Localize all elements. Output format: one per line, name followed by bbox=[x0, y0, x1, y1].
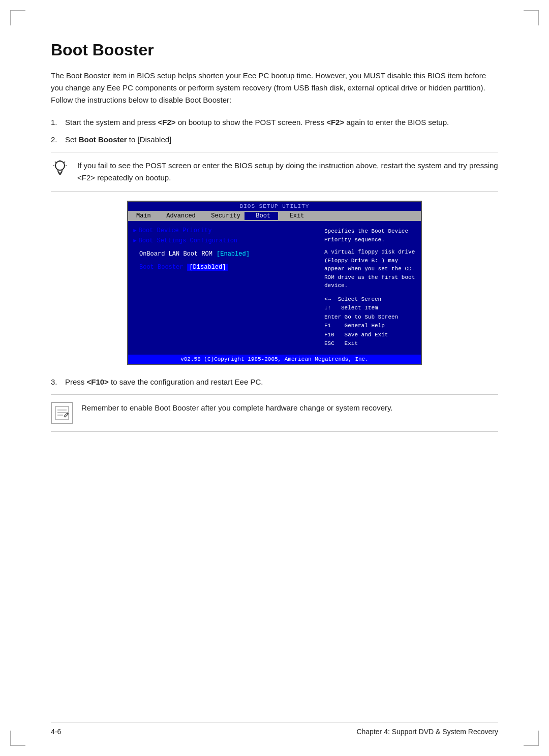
bios-key-f1: F1 General Help bbox=[324, 322, 416, 331]
svg-line-14 bbox=[64, 416, 65, 417]
bios-row-boot-device: ► Boot Device Priority bbox=[133, 227, 314, 234]
step-2-num: 2. bbox=[51, 134, 65, 146]
page-footer: 4-6 Chapter 4: Support DVD & System Reco… bbox=[51, 722, 498, 736]
bios-menu-boot[interactable]: Boot bbox=[245, 212, 278, 220]
bios-row-boot-settings: ► Boot Settings Configuration bbox=[133, 237, 314, 244]
bios-footer: v02.58 (C)Copyright 1985-2005, American … bbox=[128, 355, 421, 364]
corner-mark-tr bbox=[524, 10, 539, 25]
bios-key-esc: ESC Exit bbox=[324, 339, 416, 349]
svg-point-0 bbox=[55, 161, 65, 170]
step-1: 1. Start the system and press <F2> on bo… bbox=[51, 116, 498, 129]
bios-help-floppy: A virtual floppy disk drive (Floppy Driv… bbox=[324, 248, 416, 290]
bios-menu-main: Main bbox=[132, 212, 155, 220]
bios-right-panel: Specifies the Boot Device Priority seque… bbox=[319, 225, 421, 351]
note-pen-icon bbox=[51, 402, 73, 424]
tip-icon-svg bbox=[52, 160, 68, 178]
intro-text: The Boot Booster item in BIOS setup help… bbox=[51, 70, 498, 106]
steps-list-3: 3. Press <F10> to save the configuration… bbox=[51, 376, 498, 388]
page-title: Boot Booster bbox=[51, 41, 498, 59]
bios-titlebar: BIOS SETUP UTILITY bbox=[128, 202, 421, 211]
steps-list: 1. Start the system and press <F2> on bo… bbox=[51, 116, 498, 146]
bios-help-priority: Specifies the Boot Device Priority seque… bbox=[324, 227, 416, 244]
bios-menubar: Main Advanced Security Boot Exit bbox=[128, 211, 421, 221]
bios-body: ► Boot Device Priority ► Boot Settings C… bbox=[128, 221, 421, 355]
svg-line-4 bbox=[55, 162, 56, 163]
corner-mark-tl bbox=[10, 10, 25, 25]
bios-menu-security: Security bbox=[200, 212, 245, 220]
step-1-key2: <F2> bbox=[326, 118, 344, 127]
tip-icon bbox=[51, 160, 69, 178]
page: Boot Booster The Boot Booster item in BI… bbox=[0, 0, 549, 756]
note-2-text: Remember to enable Boot Booster after yo… bbox=[81, 402, 393, 414]
bios-lan-label: OnBoard LAN Boot ROM bbox=[139, 250, 212, 258]
bios-key-enter: Enter Go to Sub Screen bbox=[324, 313, 416, 322]
corner-mark-br bbox=[524, 731, 539, 746]
note-box-1: If you fail to see the POST screen or en… bbox=[51, 152, 498, 192]
step-1-num: 1. bbox=[51, 116, 65, 129]
footer-chapter: Chapter 4: Support DVD & System Recovery bbox=[356, 728, 498, 736]
bios-key-item: ↓↑ Select Item bbox=[324, 304, 416, 313]
bios-lan-value: [Enabled] bbox=[217, 250, 250, 258]
bios-menu-exit: Exit bbox=[278, 212, 308, 220]
bios-keys: <→ Select Screen ↓↑ Select Item Enter Go… bbox=[324, 295, 416, 349]
step-3: 3. Press <F10> to save the configuration… bbox=[51, 376, 498, 388]
bios-booster-value: [Disabled] bbox=[187, 264, 228, 271]
note-1-text: If you fail to see the POST screen or en… bbox=[77, 160, 498, 184]
bios-left-panel: ► Boot Device Priority ► Boot Settings C… bbox=[128, 225, 319, 351]
bios-key-screen: <→ Select Screen bbox=[324, 295, 416, 304]
note-box-2: Remember to enable Boot Booster after yo… bbox=[51, 394, 498, 432]
bios-screenshot: BIOS SETUP UTILITY Main Advanced Securit… bbox=[127, 201, 422, 365]
step-3-num: 3. bbox=[51, 376, 65, 388]
step-1-key1: <F2> bbox=[158, 118, 176, 127]
bios-arrow-1: ► bbox=[133, 228, 137, 234]
step-2-bold: Boot Booster bbox=[79, 135, 127, 144]
footer-page-number: 4-6 bbox=[51, 728, 61, 736]
bios-row-lan: OnBoard LAN Boot ROM [Enabled] bbox=[133, 250, 314, 258]
bios-menu-advanced: Advanced bbox=[155, 212, 200, 220]
bios-arrow-2: ► bbox=[133, 238, 137, 244]
bios-boot-settings-label: Boot Settings Configuration bbox=[139, 237, 237, 244]
step-1-text: Start the system and press <F2> on bootu… bbox=[65, 116, 449, 129]
pen-icon-svg bbox=[54, 405, 70, 421]
corner-mark-bl bbox=[10, 731, 25, 746]
bios-key-f10: F10 Save and Exit bbox=[324, 331, 416, 340]
step-2-text: Set Boot Booster to [Disabled] bbox=[65, 134, 171, 146]
bios-boot-device-label: Boot Device Priority bbox=[139, 227, 212, 234]
svg-line-5 bbox=[64, 162, 65, 163]
step-3-text: Press <F10> to save the configuration an… bbox=[65, 376, 263, 388]
step-3-key: <F10> bbox=[87, 377, 109, 386]
bios-booster-label: Boot Booster bbox=[139, 264, 183, 271]
step-2: 2. Set Boot Booster to [Disabled] bbox=[51, 134, 498, 146]
bios-row-booster: Boot Booster [Disabled] bbox=[133, 264, 314, 271]
